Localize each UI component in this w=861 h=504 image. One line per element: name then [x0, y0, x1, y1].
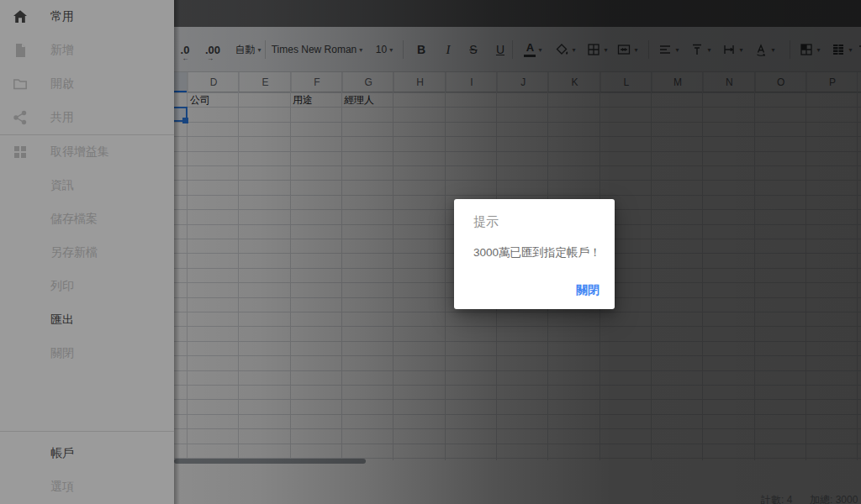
- toolbar-divider: [403, 40, 404, 59]
- menu-item-save[interactable]: 儲存檔案: [0, 202, 174, 236]
- horizontal-scrollbar-thumb[interactable]: [174, 459, 366, 464]
- bold-icon: B: [417, 43, 425, 56]
- chevron-down-icon: ▾: [538, 46, 541, 54]
- text-wrap-icon: [721, 42, 737, 57]
- font-family-dropdown[interactable]: Times New Roman▾: [270, 27, 364, 72]
- underline-button[interactable]: U: [489, 27, 512, 72]
- toolbar-divider: [512, 40, 513, 59]
- fill-handle[interactable]: [182, 118, 188, 123]
- text-color-icon: A: [524, 42, 536, 57]
- menu-item-home[interactable]: 常用: [0, 0, 174, 34]
- italic-icon: I: [446, 43, 451, 57]
- vertical-align-button[interactable]: ▾: [686, 27, 715, 72]
- text-rotation-button[interactable]: ▾: [750, 27, 779, 72]
- chevron-down-icon: ▾: [604, 46, 607, 54]
- toolbar-divider: [790, 40, 790, 59]
- cell-style-button[interactable]: ▾: [827, 27, 857, 72]
- new-document-icon: [12, 42, 29, 59]
- status-sum: 加總: 3000: [810, 493, 858, 504]
- menu-item-open[interactable]: 開啟: [0, 67, 174, 101]
- clipped-toolbar-icon: [857, 27, 861, 72]
- number-format-dropdown[interactable]: 自動▾: [228, 27, 268, 72]
- formatting-toolbar: .0← .00→ 自動▾ Times New Roman▾ 10▾ B I S …: [174, 27, 861, 72]
- app-titlebar: [174, 0, 861, 27]
- decrease-decimal-button[interactable]: .0←: [174, 27, 196, 72]
- file-menu-footer: 帳戶 選項: [0, 431, 174, 504]
- fill-color-button[interactable]: ▾: [551, 27, 579, 72]
- borders-icon: [586, 42, 601, 57]
- menu-item-close[interactable]: 關閉: [0, 337, 174, 370]
- alert-dialog: 提示 3000萬已匯到指定帳戶！ 關閉: [454, 199, 615, 309]
- borders-button[interactable]: ▾: [583, 27, 611, 72]
- strikethrough-button[interactable]: S: [462, 27, 485, 72]
- chevron-down-icon: ▾: [572, 46, 575, 54]
- chevron-down-icon: ▾: [739, 46, 742, 54]
- dialog-close-button[interactable]: 關閉: [576, 283, 600, 298]
- merge-cells-icon: [616, 42, 631, 57]
- cell-G1[interactable]: 經理人: [344, 94, 374, 107]
- horizontal-align-icon: [658, 42, 673, 57]
- increase-decimal-icon: .00→: [205, 44, 220, 56]
- underline-icon: U: [496, 43, 504, 56]
- horizontal-align-button[interactable]: ▾: [654, 27, 683, 72]
- chevron-down-icon: ▾: [771, 46, 774, 54]
- toolbar-divider: [648, 40, 649, 59]
- chevron-down-icon: ▾: [389, 46, 393, 54]
- open-folder-icon: [12, 76, 29, 92]
- dialog-title: 提示: [473, 214, 499, 230]
- text-wrap-button[interactable]: ▾: [718, 27, 747, 72]
- home-icon: [12, 8, 29, 25]
- chevron-down-icon: ▾: [707, 46, 710, 54]
- chevron-down-icon: ▾: [257, 46, 261, 54]
- chevron-down-icon: ▾: [675, 46, 679, 54]
- toolbar-divider: [265, 40, 266, 59]
- chevron-down-icon: ▾: [359, 46, 362, 54]
- file-menu-list: 常用 新增 開啟 共用 取得增益集 資訊: [0, 0, 174, 370]
- chevron-down-icon: ▾: [634, 46, 637, 54]
- menu-item-info[interactable]: 資訊: [0, 169, 174, 202]
- share-icon: [12, 109, 29, 126]
- chevron-down-icon: ▾: [848, 46, 852, 54]
- italic-button[interactable]: I: [436, 27, 460, 72]
- bold-button[interactable]: B: [409, 27, 433, 72]
- menu-item-export[interactable]: 匯出: [0, 303, 174, 337]
- menu-item-print[interactable]: 列印: [0, 270, 174, 303]
- table-style-icon: [799, 42, 814, 57]
- increase-decimal-button[interactable]: .00→: [199, 27, 226, 72]
- menu-item-get-add-ons[interactable]: 取得增益集: [0, 135, 174, 169]
- status-count: 計數: 4: [761, 493, 792, 504]
- menu-item-options[interactable]: 選項: [0, 470, 174, 504]
- menu-item-save-as[interactable]: 另存新檔: [0, 236, 174, 270]
- cell-F1[interactable]: 用途: [293, 94, 313, 107]
- menu-item-new[interactable]: 新增: [0, 34, 174, 67]
- decrease-decimal-icon: .0←: [181, 44, 190, 56]
- vertical-align-icon: [689, 42, 705, 57]
- fill-color-icon: [554, 42, 569, 57]
- dialog-message: 3000萬已匯到指定帳戶！: [473, 245, 601, 260]
- add-ons-icon: [12, 144, 29, 160]
- chevron-down-icon: ▾: [816, 46, 820, 54]
- divider: [0, 431, 174, 432]
- cell-D1[interactable]: 公司: [190, 94, 210, 107]
- text-rotation-icon: [753, 42, 769, 57]
- cell-style-icon: [831, 42, 846, 57]
- file-menu-drawer: 常用 新增 開啟 共用 取得增益集 資訊: [0, 0, 174, 504]
- text-color-button[interactable]: A ▾: [519, 27, 547, 72]
- app-root: .0← .00→ 自動▾ Times New Roman▾ 10▾ B I S …: [0, 0, 861, 504]
- merge-cells-button[interactable]: ▾: [613, 27, 642, 72]
- font-size-dropdown[interactable]: 10▾: [369, 27, 399, 72]
- menu-item-share[interactable]: 共用: [0, 101, 174, 134]
- table-style-button[interactable]: ▾: [795, 27, 825, 72]
- menu-item-account[interactable]: 帳戶: [0, 437, 174, 470]
- strikethrough-icon: S: [469, 43, 477, 56]
